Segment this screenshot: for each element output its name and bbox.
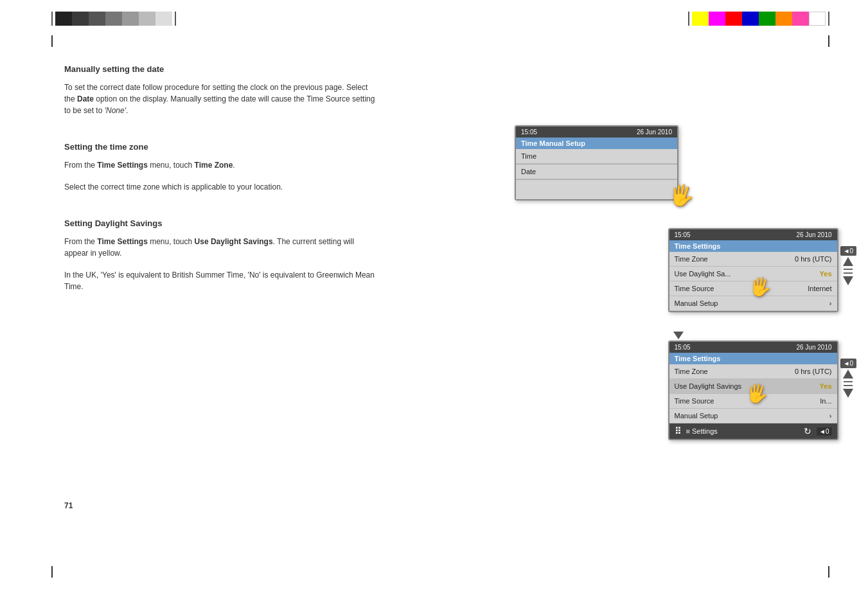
screen3-mid-line1 — [844, 381, 853, 382]
section-manually-setting-date: Manually setting the date To set the cor… — [64, 64, 379, 116]
screen2-manual-arrow: › — [829, 299, 832, 307]
screen2-daylight-value: Yes — [820, 270, 832, 278]
screen2-date: 26 Jun 2010 — [796, 231, 831, 238]
screen1-date-label: Date — [521, 168, 536, 175]
border-mark-top-right — [828, 35, 829, 47]
screen1-date: 26 Jun 2010 — [637, 129, 672, 136]
hand-cursor-3: 🖐 — [744, 381, 770, 406]
border-mark-top-left — [51, 35, 53, 47]
screen2-timesource-value: Internet — [808, 285, 831, 292]
hand-cursor-2: 🖐 — [747, 274, 773, 299]
screen2-mid-line2 — [844, 272, 853, 274]
screen-time-manual-setup: 15:05 26 Jun 2010 Time Manual Setup Time… — [515, 125, 678, 200]
screen-time-settings-1: 15:05 26 Jun 2010 Time Settings Time Zon… — [668, 228, 838, 312]
heading-setting-daylight-savings: Setting Daylight Savings — [64, 218, 379, 228]
screen3-timestamp: 15:05 — [675, 344, 691, 351]
screen2-timesource-label: Time Source — [675, 285, 714, 292]
screen3-bottom-bar: ⠿ ≡ Settings ↻ ◄0 — [669, 423, 837, 439]
section-setting-time-zone: Setting the time zone From the Time Sett… — [64, 142, 379, 193]
left-column: Manually setting the date To set the cor… — [64, 64, 379, 318]
body-manually-setting-date: To set the correct date follow procedure… — [64, 82, 379, 116]
bottom-bar-settings-label: ≡ Settings — [686, 427, 718, 435]
body-setting-daylight-savings-2: In the UK, 'Yes' is equivalent to Britis… — [64, 269, 379, 292]
screen3-vol-icon: ◄0 — [840, 359, 856, 368]
screen2-timezone-label: Time Zone — [675, 255, 708, 263]
screen1-date-row: Date — [516, 164, 677, 179]
screen3-daylight-value: Yes — [820, 382, 832, 390]
screen2-side-controls: ◄0 — [840, 246, 856, 285]
screen3-up-arrow — [843, 369, 853, 378]
bottom-bar-dots-icon: ⠿ — [675, 426, 681, 436]
screen3-timezone-label: Time Zone — [675, 368, 708, 375]
bottom-bar-vol-icon: ◄0 — [817, 427, 831, 436]
screen2-manual-label: Manual Setup — [675, 299, 718, 307]
screen2-up-arrow — [843, 257, 853, 266]
color-bar-right — [688, 12, 829, 26]
heading-setting-time-zone: Setting the time zone — [64, 142, 379, 152]
screen3-mid-line2 — [844, 385, 853, 386]
hand-cursor-1: 🖐 — [667, 181, 696, 209]
screen2-down-arrow — [843, 276, 853, 285]
screen3-down-arrow — [843, 389, 853, 398]
screen3-manual-arrow: › — [829, 412, 832, 420]
screen1-timestamp: 15:05 — [521, 129, 537, 136]
screen1-header: 15:05 26 Jun 2010 — [516, 127, 677, 138]
body-setting-daylight-savings-1: From the Time Settings menu, touch Use D… — [64, 236, 379, 259]
border-mark-bottom-left — [51, 566, 53, 578]
screen3-timesource-label: Time Source — [675, 397, 714, 405]
screen3-manual-row: Manual Setup › — [669, 409, 837, 423]
screen1-time-row: Time — [516, 149, 677, 164]
heading-manually-setting-date: Manually setting the date — [64, 64, 379, 74]
screen1-empty — [516, 180, 677, 199]
screen3-side-controls: ◄0 — [840, 359, 856, 398]
screen3-manual-label: Manual Setup — [675, 412, 718, 420]
screen2-container: 15:05 26 Jun 2010 Time Settings Time Zon… — [668, 228, 838, 312]
body-setting-time-zone-1: From the Time Settings menu, touch Time … — [64, 159, 379, 171]
screen2-wrapper: 15:05 26 Jun 2010 Time Settings Time Zon… — [668, 228, 856, 312]
screen2-daylight-label: Use Daylight Sa... — [675, 270, 731, 278]
screen2-header: 15:05 26 Jun 2010 — [669, 229, 837, 240]
screen1-time-label: Time — [521, 152, 536, 160]
screen3-title: Time Settings — [669, 353, 837, 364]
screen2-timestamp: 15:05 — [675, 231, 691, 238]
screen3-timesource-value: In... — [820, 397, 831, 405]
screen2-title: Time Settings — [669, 240, 837, 252]
screen3-header: 15:05 26 Jun 2010 — [669, 342, 837, 353]
screen1-title: Time Manual Setup — [516, 138, 677, 149]
color-bar-left — [51, 12, 176, 26]
screen2-timezone-row: Time Zone 0 hrs (UTC) — [669, 252, 837, 267]
bottom-bar-back-icon: ↻ — [804, 426, 811, 436]
screen2-timezone-value: 0 hrs (UTC) — [795, 255, 831, 263]
screen3-daylight-label: Use Daylight Savings — [675, 382, 742, 390]
screen3-timezone-value: 0 hrs (UTC) — [795, 368, 831, 375]
screen2-manual-row: Manual Setup › — [669, 296, 837, 311]
screen3-timezone-row: Time Zone 0 hrs (UTC) — [669, 364, 837, 379]
border-mark-bottom-right — [828, 566, 829, 578]
screen3-indicator-arrow — [673, 332, 684, 339]
section-setting-daylight-savings: Setting Daylight Savings From the Time S… — [64, 218, 379, 292]
screen2-vol-icon: ◄0 — [840, 246, 856, 256]
screen3-date: 26 Jun 2010 — [796, 344, 831, 351]
screen2-mid-line1 — [844, 269, 853, 270]
body-setting-time-zone-2: Select the correct time zone which is ap… — [64, 181, 379, 193]
